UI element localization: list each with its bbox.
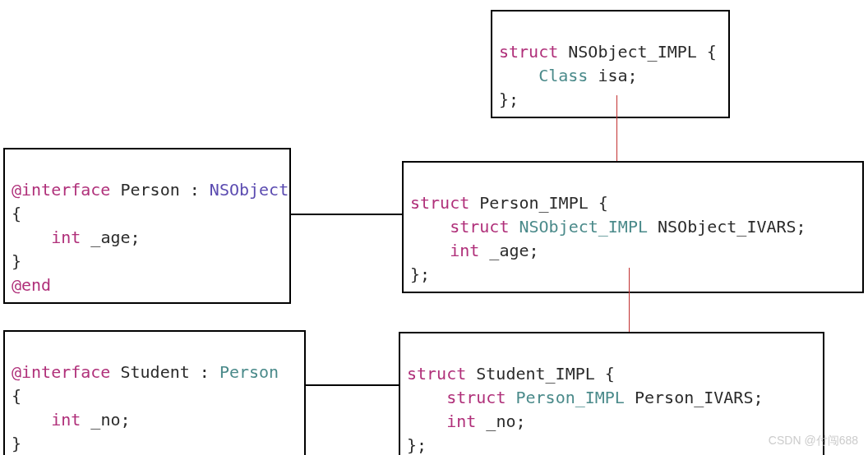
super-person: Person xyxy=(219,362,279,382)
open-brace: { xyxy=(12,204,21,223)
int-keyword: int xyxy=(450,241,479,260)
no-var: _no; xyxy=(476,411,525,431)
end-keyword: @end xyxy=(12,275,51,295)
indent xyxy=(499,66,538,85)
indent xyxy=(12,228,51,247)
close-brace: } xyxy=(12,434,21,453)
no-var: _no; xyxy=(81,410,130,430)
interface-keyword: @interface xyxy=(12,362,110,382)
int-keyword: int xyxy=(51,228,81,247)
nsobject-ivars: NSObject_IVARS; xyxy=(648,217,806,237)
struct-name: Student_IMPL { xyxy=(466,364,615,384)
indent xyxy=(410,241,450,260)
nsobject-impl-type: NSObject_IMPL xyxy=(509,217,648,237)
struct-keyword: struct xyxy=(450,217,509,237)
person-impl-box: struct Person_IMPL { struct NSObject_IMP… xyxy=(402,161,864,293)
nsobject-impl-box: struct NSObject_IMPL { Class isa; }; xyxy=(491,10,730,118)
isa-var: isa; xyxy=(588,66,637,85)
student-name: Student : xyxy=(110,362,219,382)
close-brace: }; xyxy=(407,435,427,455)
age-var: _age; xyxy=(479,241,538,260)
indent xyxy=(407,388,446,407)
close-brace: }; xyxy=(410,264,430,284)
redline-person-student xyxy=(629,268,630,332)
watermark: CSDN @付闯688 xyxy=(769,434,858,448)
struct-keyword: struct xyxy=(410,193,469,213)
student-interface-box: @interface Student : Person { int _no; }… xyxy=(3,330,306,455)
struct-keyword: struct xyxy=(446,388,506,407)
close-brace: } xyxy=(12,251,21,271)
interface-keyword: @interface xyxy=(12,180,110,200)
class-type: Class xyxy=(538,66,588,85)
open-brace: { xyxy=(12,386,21,406)
person-interface-box: @interface Person : NSObject { int _age;… xyxy=(3,148,291,304)
struct-keyword: struct xyxy=(407,364,466,384)
indent xyxy=(410,217,450,237)
person-name: Person : xyxy=(110,180,209,200)
struct-name: Person_IMPL { xyxy=(469,193,608,213)
struct-name: NSObject_IMPL { xyxy=(558,42,717,62)
person-impl-type: Person_IMPL xyxy=(506,388,625,407)
struct-keyword: struct xyxy=(499,42,558,62)
connector-student xyxy=(306,384,399,386)
int-keyword: int xyxy=(51,410,81,430)
redline-nsobject-person xyxy=(616,95,617,161)
indent xyxy=(12,410,51,430)
super-nsobject: NSObject xyxy=(210,180,289,200)
int-keyword: int xyxy=(446,411,476,431)
age-var: _age; xyxy=(81,228,140,247)
connector-person xyxy=(291,214,402,215)
person-ivars: Person_IVARS; xyxy=(625,388,764,407)
student-impl-box: struct Student_IMPL { struct Person_IMPL… xyxy=(399,332,824,455)
indent xyxy=(407,411,446,431)
close-brace: }; xyxy=(499,90,519,109)
